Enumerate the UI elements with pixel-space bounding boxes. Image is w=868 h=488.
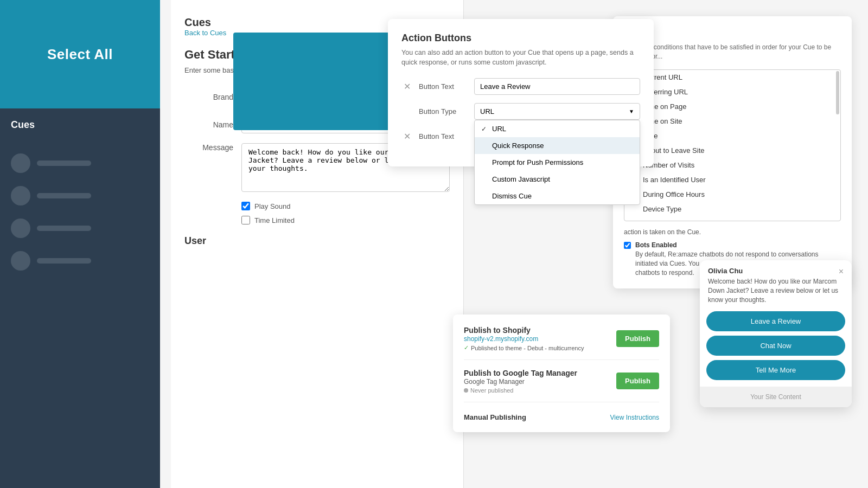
play-sound-label: Play Sound [254,202,291,210]
shopify-publish-info: Publish to Shopify shopify-v2.myshopify.… [464,325,616,351]
remove-button1-icon[interactable]: ✕ [401,81,412,92]
shopify-section-label: Shopify Specific Rules [624,216,840,221]
message-label: Message [184,143,233,152]
rules-list-item[interactable]: Is an Identified User [624,172,840,187]
widget-close-icon[interactable]: × [839,267,844,277]
rules-desc: Rules are conditions that have to be sat… [624,43,841,61]
dropdown-selected-value: URL [480,107,494,115]
dropdown-chevron-icon: ▼ [629,108,634,114]
nav-line [37,226,91,231]
check-icon: ✓ [481,125,489,133]
cues-breadcrumb: Cues [184,16,211,28]
rules-list-item[interactable]: Number of Visits [624,158,840,172]
widget-user-name: Olivia Chu [708,267,839,275]
dropdown-item-label: URL [492,125,506,133]
rules-list-item[interactable]: During Office Hours [624,187,840,202]
list-item[interactable] [0,147,160,179]
rules-list-item[interactable]: Date [624,129,840,143]
bots-enabled-checkbox[interactable] [624,242,631,249]
time-limited-row: Time Limited [241,216,450,224]
publish-modal: Publish to Shopify shopify-v2.myshopify.… [453,314,670,432]
sidebar-cues-section: Cues [0,108,160,147]
avatar [11,251,30,271]
nav-line [37,258,91,264]
nav-line [37,160,91,166]
rules-list-item[interactable]: Device Type [624,202,840,216]
button1-type-label: Button Type [419,107,468,115]
rules-list-item[interactable]: ✓Time on Site [624,114,840,129]
action-buttons-modal: Action Buttons You can also add an actio… [388,19,654,166]
list-item[interactable] [0,179,160,212]
avatar [11,219,30,238]
action-taken-row: action is taken on the Cue. [624,228,841,237]
avatar [11,186,30,206]
dropdown-item-label: Prompt for Push Permissions [492,158,583,166]
gtm-status: Never published [464,387,616,394]
rules-list-item[interactable]: Time on Page [624,99,840,114]
button1-text-input[interactable] [474,78,640,95]
widget-chat-now-button[interactable]: Chat Now [706,336,845,356]
gtm-status-text: Never published [470,387,514,394]
shopify-publish-title: Publish to Shopify [464,326,531,335]
sidebar-header: Select All [0,0,160,108]
rules-list: Current URL Referring URL Time on Page ✓… [624,70,840,221]
nav-line [37,193,91,198]
rules-list-item[interactable]: About to Leave Site [624,143,840,158]
button-type-menu: ✓ URL Quick Response Prompt for Push Per… [474,120,640,205]
widget-tell-me-more-button[interactable]: Tell Me More [706,360,845,380]
dropdown-item-label: Dismiss Cue [492,192,532,200]
dropdown-item-push[interactable]: Prompt for Push Permissions [475,154,640,171]
list-item[interactable] [0,245,160,277]
manual-publishing-label: Manual Publishing [464,413,526,421]
list-item[interactable] [0,212,160,245]
widget-header: Olivia Chu Welcome back! How do you like… [700,260,852,309]
manual-publishing-row: Manual Publishing View Instructions [464,410,659,421]
shopify-publish-row: Publish to Shopify shopify-v2.myshopify.… [464,325,659,360]
time-limited-label: Time Limited [254,216,295,224]
shopify-link[interactable]: shopify-v2.myshopify.com [464,335,616,343]
dropdown-item-quick-response[interactable]: Quick Response [475,137,640,154]
dropdown-item-label: Custom Javascript [492,175,550,183]
gtm-publish-row: Publish to Google Tag Manager Google Tag… [464,368,659,402]
gtm-publish-title: Publish to Google Tag Manager [464,369,577,377]
avatar [11,153,30,173]
widget-leave-review-button[interactable]: Leave a Review [706,311,845,331]
play-sound-row: Play Sound [241,202,450,210]
dropdown-item-url[interactable]: ✓ URL [475,120,640,137]
button1-type-row: ✕ Button Type URL ▼ ✓ URL Quick Response [401,103,640,120]
action-taken-text: action is taken on the Cue. [624,228,701,237]
rules-list-item[interactable]: Referring URL [624,85,840,99]
dropdown-item-javascript[interactable]: Custom Javascript [475,171,640,188]
widget-message: Welcome back! How do you like our Marcom… [708,277,839,304]
rules-dropdown: Current URL Referring URL Time on Page ✓… [624,69,841,221]
sidebar: Select All Cues [0,0,160,488]
play-sound-checkbox[interactable] [241,202,250,210]
bots-enabled-label: Bots Enabled [635,241,841,250]
name-label: Name [184,120,233,129]
rules-title: Rules [624,27,841,38]
gtm-publish-info: Publish to Google Tag Manager Google Tag… [464,368,616,394]
brand-label: Brand [184,93,233,101]
shopify-status-text: Published to theme - Debut - multicurren… [471,345,584,351]
view-instructions-link[interactable]: View Instructions [610,414,660,421]
widget-buttons: Leave a Review Chat Now Tell Me More [700,309,852,387]
rules-list-item[interactable]: Current URL [624,70,840,85]
widget-content: Olivia Chu Welcome back! How do you like… [708,267,839,304]
cues-label: Cues [11,119,149,131]
dropdown-item-dismiss[interactable]: Dismiss Cue [475,188,640,204]
button1-text-row: ✕ Button Text [401,78,640,95]
check-icon: ✓ [464,344,469,351]
gtm-publish-button[interactable]: Publish [616,373,659,389]
remove-button2-icon[interactable]: ✕ [401,131,412,142]
gtm-label: Google Tag Manager [464,378,616,386]
user-section: User [184,235,450,247]
time-limited-checkbox[interactable] [241,216,250,224]
button-type-dropdown[interactable]: URL ▼ [474,103,640,120]
scrollbar[interactable] [836,71,839,114]
button2-text-label: Button Text [419,132,468,140]
shopify-publish-button[interactable]: Publish [616,330,659,347]
action-buttons-title: Action Buttons [401,33,640,44]
widget-site-content: Your Site Content [700,387,852,407]
action-buttons-desc: You can also add an action button to you… [401,48,640,67]
select-all-button[interactable]: Select All [36,41,124,68]
